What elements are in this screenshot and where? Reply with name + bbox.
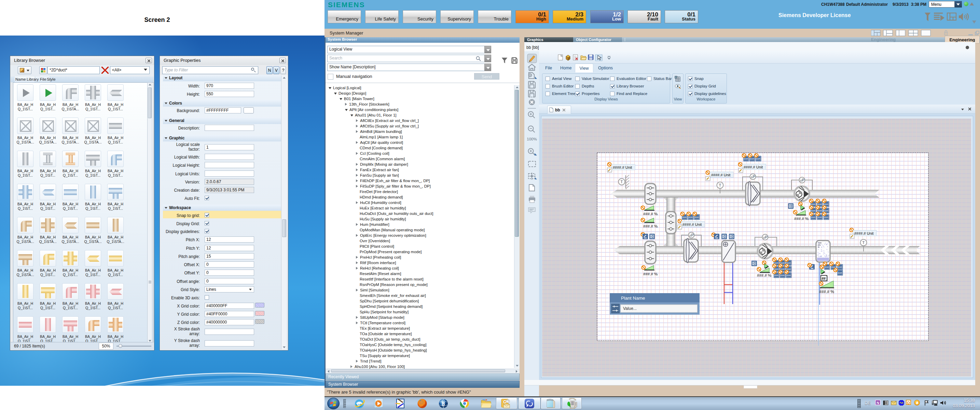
svg-text:icon: icon	[824, 203, 828, 205]
svg-text:####.# Unit: ####.# Unit	[711, 173, 730, 177]
svg-text:###.# %: ###.# %	[757, 273, 771, 278]
svg-text:icon: icon	[781, 274, 784, 276]
svg-text:e: e	[357, 401, 360, 407]
svg-text:P: P	[802, 178, 804, 182]
svg-text:####.# Unit: ####.# Unit	[613, 165, 632, 169]
svg-text:icon: icon	[838, 272, 842, 274]
svg-text:T: T	[620, 180, 623, 184]
svg-text:###.# %: ###.# %	[819, 289, 834, 294]
svg-text:##: ##	[822, 276, 826, 281]
svg-text:icon: icon	[825, 266, 829, 268]
svg-text:###.# %: ###.# %	[643, 272, 657, 276]
svg-text:T: T	[719, 183, 721, 187]
svg-text:Plant Name: Plant Name	[621, 295, 645, 301]
svg-text:icon: icon	[811, 203, 815, 205]
svg-text:icon: icon	[689, 216, 693, 219]
svg-text:icon: icon	[811, 216, 815, 219]
svg-text:P: P	[753, 175, 755, 179]
svg-text:icon: icon	[787, 274, 791, 276]
svg-text:P: P	[691, 233, 694, 237]
svg-text:icon: icon	[818, 209, 822, 212]
svg-text:####.# Unit: ####.# Unit	[682, 222, 702, 227]
svg-text:icon: icon	[811, 209, 815, 212]
svg-text:icon: icon	[824, 216, 828, 219]
svg-text:Value...: Value...	[623, 306, 637, 311]
svg-text:icon: icon	[818, 216, 822, 219]
svg-text:####.# Unit: ####.# Unit	[854, 231, 873, 235]
svg-text:###.# %: ###.# %	[643, 212, 657, 216]
svg-text:icon: icon	[824, 209, 828, 212]
svg-text:icon: icon	[744, 158, 748, 160]
svg-text:icon: icon	[750, 158, 754, 160]
svg-text:100%: 100%	[527, 137, 537, 141]
svg-text:icon: icon	[695, 216, 699, 219]
svg-text:icon: icon	[682, 216, 687, 219]
svg-text:T: T	[862, 241, 865, 245]
svg-text:8: 8	[442, 401, 445, 407]
svg-text:P: P	[765, 235, 768, 239]
svg-text:icon: icon	[818, 203, 822, 205]
svg-text:####.# Unit: ####.# Unit	[744, 165, 763, 169]
svg-text:icon: icon	[774, 274, 778, 276]
svg-text:###.# %: ###.# %	[643, 224, 657, 228]
svg-text:###.# %: ###.# %	[794, 217, 808, 221]
svg-text:icon: icon	[838, 266, 842, 268]
svg-text:icon: icon	[756, 158, 760, 160]
